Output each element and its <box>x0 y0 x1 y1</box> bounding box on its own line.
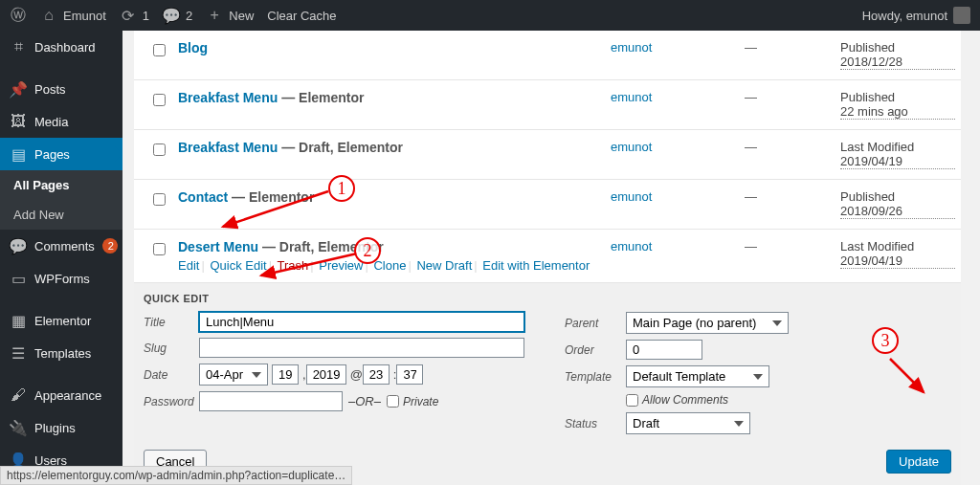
row-title-link[interactable]: Breakfast Menu <box>178 140 278 155</box>
quick-edit-panel: QUICK EDIT Title Slug Date 04-Apr , @ : … <box>134 283 961 485</box>
menu-posts[interactable]: 📌Posts <box>0 73 122 105</box>
site-name[interactable]: ⌂Emunot <box>40 7 106 24</box>
wordpress-icon: ⓦ <box>10 7 27 24</box>
site-name-label: Emunot <box>63 9 106 23</box>
qe-label-date: Date <box>144 368 199 382</box>
qe-day-input[interactable] <box>272 364 299 385</box>
elementor-icon: ▦ <box>10 312 27 329</box>
qe-allow-comments-checkbox[interactable] <box>626 394 638 407</box>
row-date: 2019/04/19 <box>840 254 955 269</box>
row-author[interactable]: emunot <box>611 239 652 254</box>
qe-password-input[interactable] <box>199 391 343 411</box>
row-comments: — <box>745 140 840 154</box>
row-checkbox[interactable] <box>153 243 166 255</box>
annotation-circle-1: 1 <box>328 175 355 202</box>
menu-label: Comments <box>34 239 95 254</box>
qe-year-input[interactable] <box>306 364 346 385</box>
row-title-link[interactable]: Breakfast Menu <box>178 90 278 105</box>
comment-icon: 💬 <box>10 237 27 254</box>
page-icon: ▤ <box>10 145 27 163</box>
action-quick-edit[interactable]: Quick Edit <box>210 258 266 273</box>
row-title-link[interactable]: Blog <box>178 40 208 55</box>
form-icon: ▭ <box>10 270 27 287</box>
qe-label-order: Order <box>565 343 626 357</box>
table-row: Blog emunot — Published2018/12/28 <box>134 31 961 80</box>
menu-label: Plugins <box>34 421 76 435</box>
menu-media[interactable]: 🖼Media <box>0 105 122 138</box>
qe-label-template: Template <box>565 370 626 384</box>
row-author[interactable]: emunot <box>611 40 652 55</box>
howdy[interactable]: Howdy, emunot <box>862 7 970 24</box>
row-date: 2018/12/28 <box>840 55 955 70</box>
row-title-link[interactable]: Contact <box>178 189 228 205</box>
row-author[interactable]: emunot <box>611 189 652 204</box>
menu-wpforms[interactable]: ▭WPForms <box>0 262 122 295</box>
qe-template-select[interactable]: Default Template <box>626 365 769 387</box>
row-actions: Edit| Quick Edit| Trash| Preview| Clone|… <box>178 258 611 273</box>
qe-order-input[interactable] <box>626 340 702 360</box>
action-preview[interactable]: Preview <box>319 258 363 273</box>
action-new-draft[interactable]: New Draft <box>416 258 472 273</box>
row-checkbox[interactable] <box>153 193 166 206</box>
action-edit[interactable]: Edit <box>178 258 199 273</box>
row-date: 22 mins ago <box>840 104 955 120</box>
menu-comments[interactable]: 💬Comments2 <box>0 230 122 262</box>
qe-label-title: Title <box>144 316 199 329</box>
row-status: Last Modified <box>840 140 955 154</box>
updates[interactable]: ⟳1 <box>120 7 149 24</box>
clear-cache[interactable]: Clear Cache <box>267 9 336 23</box>
menu-plugins[interactable]: 🔌Plugins <box>0 411 122 444</box>
avatar <box>953 7 970 24</box>
table-row: Breakfast Menu — Elementor emunot — Publ… <box>134 80 961 130</box>
qe-private-checkbox[interactable] <box>387 395 399 408</box>
row-state: — Elementor <box>278 90 364 105</box>
menu-dashboard[interactable]: ⌗Dashboard <box>0 31 122 63</box>
menu-templates[interactable]: ☰Templates <box>0 337 122 369</box>
qe-label-password: Password <box>144 395 199 408</box>
qe-minute-input[interactable] <box>396 364 423 385</box>
annotation-circle-2: 2 <box>354 237 381 264</box>
menu-label: WPForms <box>34 272 90 286</box>
qe-parent-select[interactable]: Main Page (no parent) <box>626 312 789 334</box>
submenu-all-pages[interactable]: All Pages <box>0 170 122 200</box>
qe-month-select[interactable]: 04-Apr <box>199 364 268 386</box>
row-author[interactable]: emunot <box>611 140 652 154</box>
table-row: Breakfast Menu — Draft, Elementor emunot… <box>134 130 961 180</box>
action-clone[interactable]: Clone <box>373 258 406 273</box>
comments-count: 2 <box>186 9 192 23</box>
row-checkbox[interactable] <box>153 44 166 56</box>
qe-label-slug: Slug <box>144 342 199 355</box>
qe-slug-input[interactable] <box>199 338 524 358</box>
qe-private-label: Private <box>403 395 438 408</box>
row-author[interactable]: emunot <box>611 90 652 104</box>
row-comments: — <box>745 40 840 55</box>
qe-label-status: Status <box>565 417 626 430</box>
admin-bar: ⓦ ⌂Emunot ⟳1 💬2 +New Clear Cache Howdy, … <box>0 0 980 31</box>
quick-edit-header: QUICK EDIT <box>144 293 951 304</box>
menu-elementor[interactable]: ▦Elementor <box>0 304 122 337</box>
action-trash[interactable]: Trash <box>277 258 308 273</box>
menu-label: Pages <box>34 147 70 162</box>
updates-count: 1 <box>143 9 149 23</box>
new-content[interactable]: +New <box>206 7 254 24</box>
row-date: 2018/09/26 <box>840 204 955 219</box>
row-checkbox[interactable] <box>153 94 166 106</box>
qe-title-input[interactable] <box>199 312 524 332</box>
menu-appearance[interactable]: 🖌Appearance <box>0 379 122 411</box>
qe-status-select[interactable]: Draft <box>626 412 750 434</box>
submenu-add-new[interactable]: Add New <box>0 200 122 230</box>
action-edit-elementor[interactable]: Edit with Elementor <box>482 258 590 273</box>
comments-bubble[interactable]: 💬2 <box>163 7 192 24</box>
row-comments: — <box>745 189 840 204</box>
qe-allow-comments-label: Allow Comments <box>642 393 728 407</box>
qe-hour-input[interactable] <box>363 364 390 385</box>
wp-logo[interactable]: ⓦ <box>10 7 27 24</box>
menu-pages[interactable]: ▤Pages <box>0 138 122 170</box>
row-comments: — <box>745 239 840 254</box>
comment-icon: 💬 <box>163 7 180 24</box>
media-icon: 🖼 <box>10 113 27 130</box>
row-checkbox[interactable] <box>153 143 166 156</box>
row-comments: — <box>745 90 840 104</box>
update-button[interactable]: Update <box>886 450 951 474</box>
row-title-link[interactable]: Desert Menu <box>178 239 258 254</box>
